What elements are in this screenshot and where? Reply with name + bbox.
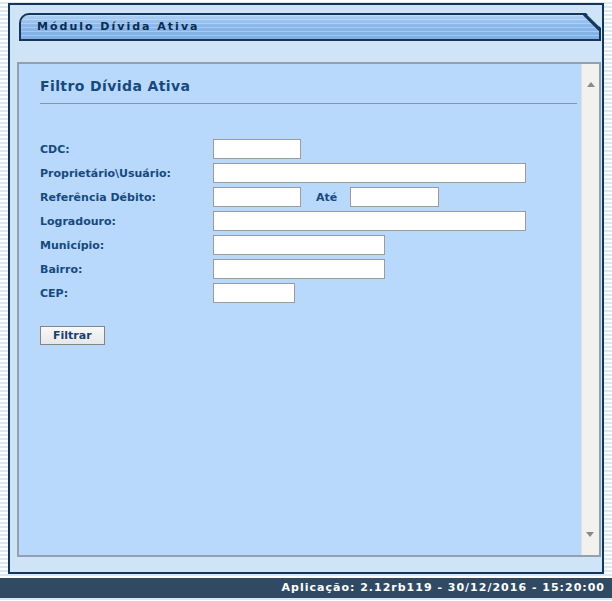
form-row-proprietario: Proprietário\Usuário: [40,161,599,185]
module-title-bar: Módulo Dívida Ativa [19,13,601,41]
filtrar-button[interactable]: Filtrar [40,326,105,345]
scroll-down-icon[interactable] [586,532,594,537]
form-row-cdc: CDC: [40,137,599,161]
referencia-debito-to-input[interactable] [350,187,439,207]
panel-scrollbar[interactable] [581,64,599,555]
filter-form: CDC: Proprietário\Usuário: Referência Dé… [19,137,599,345]
scroll-up-icon[interactable] [587,82,595,87]
cep-input[interactable] [213,283,295,303]
municipio-input[interactable] [213,235,385,255]
panel-title: Filtro Dívida Ativa [40,78,599,94]
cdc-input[interactable] [213,139,301,159]
municipio-label: Município: [40,239,213,252]
ate-label: Até [316,191,337,204]
logradouro-input[interactable] [213,211,526,231]
form-row-municipio: Município: [40,233,599,257]
proprietario-usuario-input[interactable] [213,163,526,183]
module-title: Módulo Dívida Ativa [21,15,599,38]
referencia-debito-from-input[interactable] [213,187,301,207]
application-version-text: Aplicação: 2.12rb119 - 30/12/2016 - 15:2… [282,581,605,594]
form-row-logradouro: Logradouro: [40,209,599,233]
form-row-referencia-debito: Referência Débito: Até [40,185,599,209]
status-bar: Aplicação: 2.12rb119 - 30/12/2016 - 15:2… [0,578,612,598]
referencia-debito-label: Referência Débito: [40,191,213,204]
logradouro-label: Logradouro: [40,215,213,228]
form-row-bairro: Bairro: [40,257,599,281]
cdc-label: CDC: [40,143,213,156]
proprietario-usuario-label: Proprietário\Usuário: [40,167,213,180]
title-divider [40,103,577,104]
app-window-frame: Módulo Dívida Ativa Filtro Dívida Ativa … [8,3,604,574]
form-row-cep: CEP: [40,281,599,305]
button-row: Filtrar [40,324,599,345]
filter-panel: Filtro Dívida Ativa CDC: Proprietário\Us… [17,62,601,557]
bairro-input[interactable] [213,259,385,279]
cep-label: CEP: [40,287,213,300]
bairro-label: Bairro: [40,263,213,276]
